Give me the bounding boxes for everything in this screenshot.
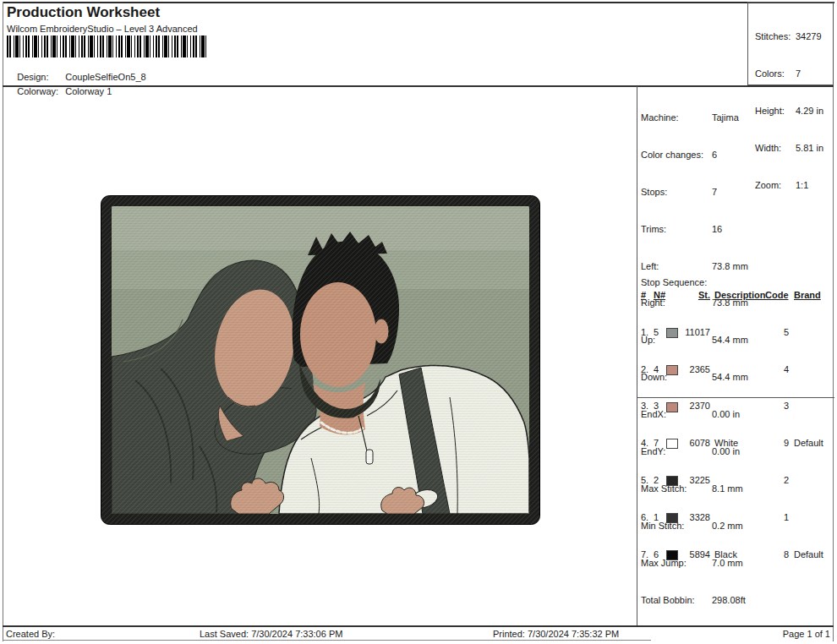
page-number-label: Page 1 of 1	[783, 628, 830, 640]
summary-value: 34279	[796, 30, 822, 44]
summary-row-colors: Colors:7	[755, 68, 833, 81]
info-value: Tajima	[712, 112, 739, 125]
page-left-border	[3, 2, 3, 641]
stop-sequence-row: 6.133281	[641, 510, 829, 524]
info-value: 298.08ft	[712, 594, 746, 608]
info-row: Left:73.8 mm	[641, 260, 834, 274]
info-row: Stops:7	[641, 186, 834, 199]
page-title: Production Worksheet	[7, 3, 160, 21]
info-label: Left:	[641, 260, 712, 274]
info-value: 7	[712, 186, 717, 199]
embroidery-design-preview	[100, 194, 541, 526]
created-by-label: Created By:	[6, 628, 55, 640]
info-value: 16	[712, 223, 722, 237]
colorway-label: Colorway:	[17, 85, 65, 97]
stop-sequence-bottom-line	[637, 397, 834, 398]
thread-color-swatch	[666, 328, 678, 338]
info-value: 73.8 mm	[712, 260, 748, 274]
footer-top-line	[3, 625, 834, 627]
stop-sequence-header: # N# St. Description Code Brand	[641, 289, 829, 301]
info-row: Machine:Tajima	[641, 112, 834, 125]
stop-sequence-row: 7.65894Black8Default	[641, 548, 829, 561]
info-row: Trims:16	[641, 223, 834, 237]
info-label: Trims:	[641, 223, 712, 237]
stop-sequence-table: 1.5110175 2.423654 3.323703 4.76078White…	[641, 302, 829, 585]
thread-color-swatch	[666, 476, 678, 486]
info-label: Color changes:	[641, 149, 712, 162]
stop-sequence-row: 1.5110175	[641, 325, 829, 339]
summary-value: 7	[796, 68, 801, 81]
thread-color-swatch	[666, 550, 678, 560]
info-label: Machine:	[641, 112, 712, 125]
colorway-value: Colorway 1	[65, 86, 112, 96]
col-header-description: Description	[714, 289, 765, 301]
design-summary-box: Stitches:34279 Colors:7 Height:4.29 in W…	[747, 2, 834, 85]
right-panel-divider	[637, 86, 637, 625]
footer-underline	[3, 640, 651, 641]
info-row: Color changes:6	[641, 149, 834, 162]
stop-sequence-title: Stop Sequence:	[641, 276, 707, 288]
thread-color-swatch	[666, 513, 678, 523]
summary-row-stitches: Stitches:34279	[755, 30, 833, 44]
printed-label: Printed: 7/30/2024 7:35:32 PM	[493, 628, 619, 640]
stop-sequence-row: 3.323703	[641, 400, 829, 413]
summary-label: Stitches:	[755, 30, 796, 44]
col-header-stitches: St.	[666, 289, 710, 301]
colorway-row: Colorway:Colorway 1	[7, 74, 112, 109]
info-row: Total Bobbin:298.08ft	[641, 594, 834, 608]
design-preview-area	[100, 194, 541, 526]
col-header-code: Code	[765, 289, 789, 301]
production-worksheet-page: Production Worksheet Wilcom EmbroiderySt…	[0, 0, 837, 644]
thread-texture-overlay	[101, 196, 539, 524]
info-label: Total Bobbin:	[641, 594, 712, 608]
stop-sequence-row: 5.232252	[641, 473, 829, 487]
info-value: 6	[712, 149, 717, 162]
stop-sequence-row: 2.423654	[641, 363, 829, 376]
design-barcode	[7, 35, 207, 57]
software-name: Wilcom EmbroideryStudio – Level 3 Advanc…	[7, 23, 198, 35]
thread-color-swatch	[666, 439, 678, 449]
thread-color-swatch	[666, 365, 678, 375]
last-saved-label: Last Saved: 7/30/2024 7:33:06 PM	[200, 628, 342, 640]
col-header-brand: Brand	[794, 289, 829, 301]
col-header-num: #	[641, 289, 654, 301]
col-header-needle: N#	[654, 289, 666, 301]
summary-label: Colors:	[755, 68, 796, 81]
info-label: Stops:	[641, 186, 712, 199]
thread-color-swatch	[666, 402, 678, 412]
stop-sequence-row: 4.76078White9Default	[641, 436, 829, 450]
